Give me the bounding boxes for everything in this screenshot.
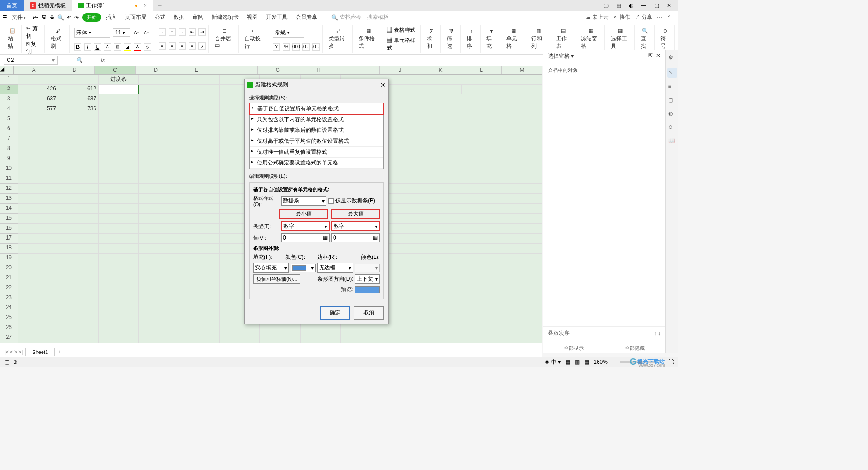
cell-D13[interactable]	[139, 194, 179, 204]
rule-type-item[interactable]: 只为包含以下内容的单元格设置格式	[250, 114, 383, 125]
cell-L1[interactable]	[462, 75, 502, 85]
cell-A22[interactable]	[18, 283, 58, 293]
cell-E10[interactable]	[179, 164, 220, 174]
row-header[interactable]: 25	[0, 313, 18, 323]
cell-B20[interactable]	[58, 263, 99, 273]
tab-formula[interactable]: 公式	[151, 14, 169, 21]
cell-L13[interactable]	[462, 194, 502, 204]
cell-L10[interactable]	[462, 164, 502, 174]
cell-A12[interactable]	[18, 184, 58, 194]
cell-K27[interactable]	[421, 333, 462, 343]
sheet-prev-icon[interactable]: <	[10, 349, 13, 355]
cond-format-button[interactable]: ▦条件格式	[357, 28, 379, 50]
cell-A23[interactable]	[18, 293, 58, 303]
cell-D25[interactable]	[139, 313, 179, 323]
cell-L18[interactable]	[462, 244, 502, 254]
cell-A4[interactable]: 577	[18, 104, 58, 114]
format-style-select[interactable]: 数据条▾	[281, 196, 326, 206]
col-header-D[interactable]: D	[136, 66, 176, 74]
row-header[interactable]: 21	[0, 273, 18, 283]
grid-icon[interactable]: ▦	[614, 1, 623, 9]
percent-icon[interactable]: %	[283, 43, 290, 51]
cell-K8[interactable]	[421, 144, 462, 154]
cell-B16[interactable]	[58, 224, 99, 234]
cell-M24[interactable]	[502, 303, 542, 313]
cell-J26[interactable]	[381, 323, 421, 333]
cell-H27[interactable]	[301, 333, 341, 343]
select-icon[interactable]: ↖	[667, 68, 677, 78]
view-page-icon[interactable]: ▥	[575, 359, 580, 365]
cell-M13[interactable]	[502, 194, 542, 204]
cell-L20[interactable]	[462, 263, 502, 273]
align-bot-icon[interactable]: ⫟	[179, 28, 186, 36]
symbol-button[interactable]: Ω符号	[659, 28, 671, 50]
col-header-G[interactable]: G	[258, 66, 298, 74]
cell-C25[interactable]	[99, 313, 139, 323]
more-icon[interactable]: ⋯	[657, 14, 662, 21]
cell-C9[interactable]	[99, 154, 139, 164]
dialog-close-button[interactable]: ✕	[380, 81, 386, 89]
row-header[interactable]: 8	[0, 144, 18, 154]
cell-A14[interactable]	[18, 204, 58, 214]
zoom-in-button[interactable]: +	[660, 359, 664, 365]
align-right-icon[interactable]: ≡	[179, 42, 186, 50]
hamburger-icon[interactable]: ☰	[2, 14, 7, 21]
cell-C14[interactable]	[99, 204, 139, 214]
row-header[interactable]: 9	[0, 154, 18, 164]
cell-M12[interactable]	[502, 184, 542, 194]
cell-C5[interactable]	[99, 114, 139, 124]
cell-K6[interactable]	[421, 124, 462, 134]
cell-C20[interactable]	[99, 263, 139, 273]
cell-D27[interactable]	[139, 333, 179, 343]
cell-B27[interactable]	[58, 333, 99, 343]
cell-A26[interactable]	[18, 323, 58, 333]
increase-font-icon[interactable]: A⁺	[133, 29, 140, 36]
cell-L14[interactable]	[462, 204, 502, 214]
row-header[interactable]: 13	[0, 194, 18, 204]
cell-E6[interactable]	[179, 124, 220, 134]
rule-type-item[interactable]: 仅对高于或低于平均值的数值设置格式	[250, 136, 383, 147]
cell-L8[interactable]	[462, 144, 502, 154]
cell-M5[interactable]	[502, 114, 542, 124]
move-down-icon[interactable]: ↓	[658, 330, 660, 337]
cell-B12[interactable]	[58, 184, 99, 194]
user-avatar[interactable]: ◐	[627, 1, 636, 9]
cell-B18[interactable]	[58, 244, 99, 254]
copy-button[interactable]: ⎘ 复制	[26, 40, 42, 56]
file-menu[interactable]: 文件	[8, 14, 29, 21]
cell-D20[interactable]	[139, 263, 179, 273]
cell-L15[interactable]	[462, 214, 502, 224]
clip-icon[interactable]: ▢	[668, 97, 676, 105]
cell-A3[interactable]: 637	[18, 94, 58, 104]
tab-review[interactable]: 审阅	[189, 14, 207, 21]
cell-B26[interactable]	[58, 323, 99, 333]
border-select[interactable]: 无边框▾	[317, 263, 353, 273]
cell-G26[interactable]	[260, 323, 300, 333]
cell-L16[interactable]	[462, 224, 502, 234]
row-header[interactable]: 1	[0, 75, 18, 85]
cell-E13[interactable]	[179, 194, 220, 204]
cell-B13[interactable]	[58, 194, 99, 204]
tab-pagelayout[interactable]: 页面布局	[121, 14, 150, 21]
rule-type-list[interactable]: 基于各自值设置所有单元格的格式只为包含以下内容的单元格设置格式仅对排名靠前或靠后…	[249, 103, 384, 169]
close-pane-icon[interactable]: ✕	[656, 52, 660, 59]
cell-A11[interactable]	[18, 174, 58, 184]
cell-B21[interactable]	[58, 273, 99, 283]
comma-icon[interactable]: 000	[292, 43, 300, 51]
cell-A5[interactable]	[18, 114, 58, 124]
cell-K13[interactable]	[421, 194, 462, 204]
cell-B15[interactable]	[58, 214, 99, 224]
cell-F27[interactable]	[220, 333, 260, 343]
minimize-button[interactable]: —	[639, 1, 648, 9]
cell-E16[interactable]	[179, 224, 220, 234]
tab-template[interactable]: D 找稻壳模板	[24, 0, 72, 11]
row-header[interactable]: 27	[0, 333, 18, 343]
cell-K16[interactable]	[421, 224, 462, 234]
cell-D4[interactable]	[139, 104, 179, 114]
underline-button[interactable]: U	[94, 43, 101, 51]
cloud-status[interactable]: ☁ 未上云	[585, 14, 609, 21]
tab-devtools[interactable]: 开发工具	[262, 14, 291, 21]
cell-J27[interactable]	[381, 333, 421, 343]
rule-type-item[interactable]: 基于各自值设置所有单元格的格式	[249, 103, 384, 115]
tab-insert[interactable]: 插入	[102, 14, 120, 21]
